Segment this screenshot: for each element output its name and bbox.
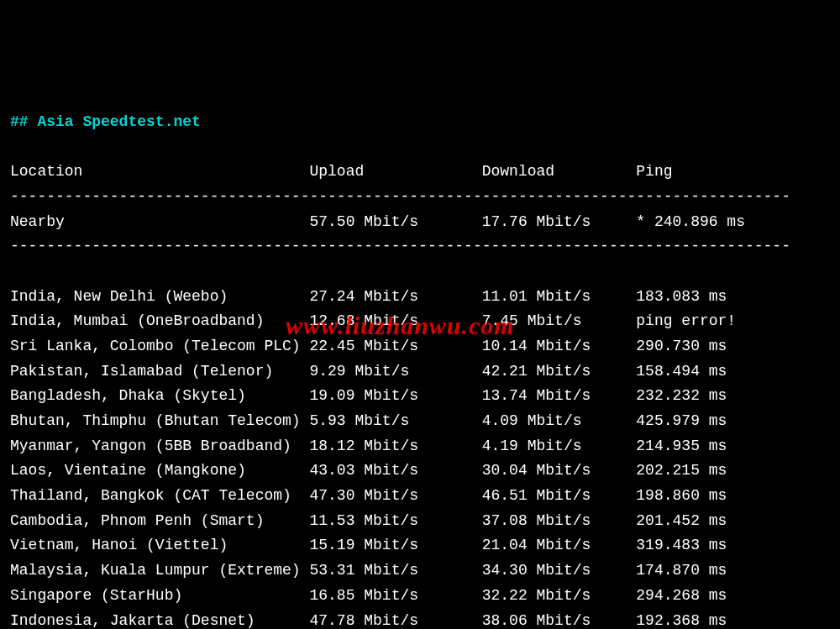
divider: ----------------------------------------… [10, 238, 790, 254]
table-row: Myanmar, Yangon (5BB Broadband) 18.12 Mb… [10, 438, 727, 454]
terminal-output: ## Asia Speedtest.net Location Upload Do… [10, 110, 830, 629]
table-row: Bangladesh, Dhaka (Skytel) 19.09 Mbit/s … [10, 387, 727, 404]
nearby-row: Nearby 57.50 Mbit/s 17.76 Mbit/s * 240.8… [10, 213, 745, 230]
table-row: Indonesia, Jakarta (Desnet) 47.78 Mbit/s… [10, 612, 727, 629]
table-row: Thailand, Bangkok (CAT Telecom) 47.30 Mb… [10, 487, 727, 504]
table-row: India, New Delhi (Weebo) 27.24 Mbit/s 11… [10, 288, 727, 305]
table-row: Laos, Vientaine (Mangkone) 43.03 Mbit/s … [10, 462, 727, 479]
section-title: ## Asia Speedtest.net [10, 113, 201, 130]
table-row: Sri Lanka, Colombo (Telecom PLC) 22.45 M… [10, 338, 727, 354]
table-row: India, Mumbai (OneBroadband) 12.68 Mbit/… [10, 312, 736, 329]
table-row: Vietnam, Hanoi (Viettel) 15.19 Mbit/s 21… [10, 537, 727, 553]
table-row: Pakistan, Islamabad (Telenor) 9.29 Mbit/… [10, 363, 727, 380]
table-row: Cambodia, Phnom Penh (Smart) 11.53 Mbit/… [10, 512, 727, 529]
table-row: Bhutan, Thimphu (Bhutan Telecom) 5.93 Mb… [10, 412, 727, 429]
table-row: Malaysia, Kuala Lumpur (Extreme) 53.31 M… [10, 562, 727, 579]
divider: ----------------------------------------… [10, 188, 790, 205]
table-row: Singapore (StarHub) 16.85 Mbit/s 32.22 M… [10, 587, 727, 604]
table-header: Location Upload Download Ping [10, 163, 673, 180]
